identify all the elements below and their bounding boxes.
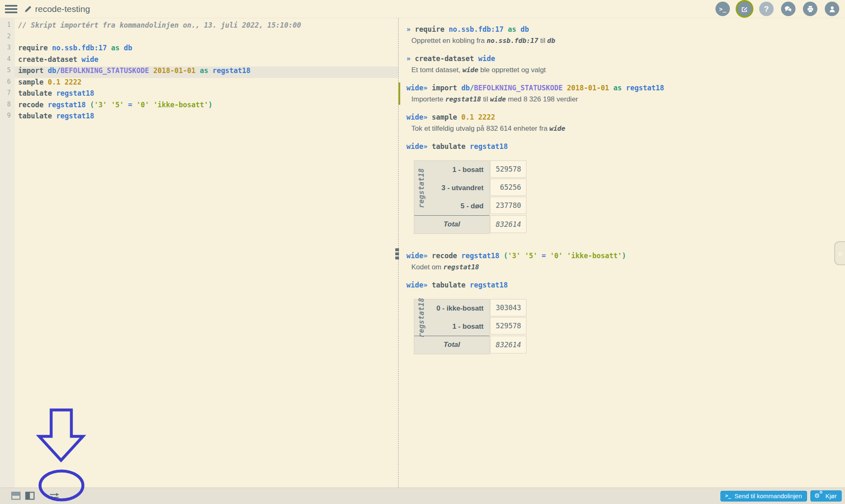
terminal-icon[interactable]: >_: [715, 2, 730, 16]
inline-code: wide: [550, 125, 566, 132]
code-token: [516, 25, 520, 33]
code-token: regstat18: [470, 281, 508, 289]
script-editor[interactable]: 1// Skript importért fra kommandolinjen …: [0, 18, 399, 488]
code-token: [120, 44, 124, 52]
code-token: =: [542, 252, 546, 260]
output-command-block: wide» tabulate regstat18: [406, 280, 838, 291]
output-blocks: » require no.ssb.fdb:17 as dbOpprettet e…: [406, 24, 838, 354]
bottombar: >_ Send til kommandolinjen ⚙⚙ Kjør: [0, 488, 845, 504]
help-icon[interactable]: ?: [759, 2, 774, 16]
menu-icon[interactable]: [5, 5, 17, 13]
output-table-block: regstat180 - ikke-bosatt1 - bosattTotal3…: [414, 299, 838, 354]
output-command-block: wide» sample 0.1 2222Tok et tilfeldig ut…: [406, 112, 838, 134]
output-prompt: wide» recode regstat18 ('3' '5' = '0' 'i…: [406, 250, 838, 261]
output-prompt: wide» tabulate regstat18: [406, 141, 838, 152]
table-category-cell: 1 - bosatt: [428, 161, 489, 179]
code-line-content: recode regstat18 ('3' '5' = '0' 'ikke-bo…: [15, 101, 398, 112]
table-category-cell: 3 - utvandret: [428, 179, 489, 197]
code-token: db/: [48, 66, 61, 75]
table-value-cell: 65256: [490, 179, 526, 196]
output-result: Opprettet en kobling fra no.ssb.fdb:17 t…: [406, 35, 838, 46]
code-token: require: [18, 44, 52, 52]
user-icon[interactable]: [825, 2, 839, 16]
code-token: regstat18: [56, 89, 94, 97]
output-prompt: wide» sample 0.1 2222: [406, 112, 838, 123]
chevron-left-icon: «: [838, 249, 843, 258]
code-line-content: create-dataset wide: [15, 55, 398, 67]
code-token: db: [520, 25, 529, 33]
code-token: =: [128, 101, 132, 109]
layout-horizontal-split-icon[interactable]: [11, 492, 21, 500]
line-number: 2: [0, 33, 15, 44]
send-to-commandline-button[interactable]: >_ Send til kommandolinjen: [720, 491, 807, 502]
inline-code: wide: [490, 95, 506, 103]
code-token: db: [124, 44, 132, 52]
line-number: 3: [0, 44, 15, 55]
run-button[interactable]: ⚙⚙ Kjør: [810, 490, 842, 502]
code-token: regstat18: [470, 142, 508, 151]
code-token: tabulate: [432, 281, 470, 289]
code-line-content: import db/BEFOLKNING_STATUSKODE 2018-01-…: [15, 66, 398, 78]
code-token: regstat18: [461, 252, 499, 260]
line-number: 6: [0, 78, 15, 89]
code-token: [132, 101, 136, 109]
code-token: recode: [432, 252, 461, 260]
dataset-prefix: wide: [406, 252, 423, 260]
code-token: wide: [478, 54, 495, 63]
layout-vertical-split-icon[interactable]: [25, 492, 35, 500]
code-token: create-dataset: [415, 54, 478, 63]
table-total-value: 832614: [490, 215, 526, 233]
swap-panes-icon[interactable]: [49, 492, 60, 499]
edit-script-icon[interactable]: [737, 2, 752, 16]
chat-icon[interactable]: [781, 2, 795, 16]
prompt-symbol: »: [423, 142, 432, 151]
code-token: regstat18: [626, 84, 664, 92]
output-result: Kodet om regstat18: [406, 261, 838, 273]
prompt-symbol: »: [406, 25, 415, 33]
code-token: '0' 'ikke-bosatt': [137, 101, 208, 109]
code-token: [563, 84, 567, 92]
table-value-cell: 303043: [490, 299, 526, 316]
inline-code: wide: [463, 66, 479, 74]
code-token: sample: [18, 78, 48, 86]
print-icon[interactable]: [803, 2, 817, 16]
table-label-block: regstat181 - bosatt3 - utvandret5 - dødT…: [414, 160, 490, 234]
code-token: [107, 44, 111, 52]
line-number: 8: [0, 101, 15, 112]
line-number: 1: [0, 21, 15, 33]
table-total-label: Total: [414, 336, 489, 353]
table-total-value: 832614: [490, 336, 526, 353]
code-token: [208, 66, 212, 75]
output-command-block: wide» tabulate regstat18: [406, 141, 838, 152]
table-value-cell: 529578: [490, 160, 526, 178]
code-line-content: tabulate regstat18: [15, 89, 398, 101]
code-token: [537, 252, 541, 260]
code-token: as: [508, 25, 516, 33]
code-token: 2018-01-01: [153, 66, 196, 75]
code-line-content: sample 0.1 2222: [15, 78, 398, 89]
code-token: [609, 84, 613, 92]
script-title-wrap: recode-testing: [24, 4, 90, 14]
code-line-content: tabulate regstat18: [15, 112, 398, 123]
code-line: 3require no.ssb.fdb:17 as db: [0, 44, 398, 55]
dataset-prefix: wide: [406, 281, 423, 289]
code-token: (: [90, 101, 94, 109]
output-command-block: wide» import db/BEFOLKNING_STATUSKODE 20…: [399, 82, 838, 105]
inline-code: regstat18: [444, 263, 479, 271]
pane-divider-handle[interactable]: [395, 248, 399, 259]
code-token: [149, 66, 153, 75]
workspace: 1// Skript importért fra kommandolinjen …: [0, 18, 845, 488]
code-line: 8recode regstat18 ('3' '5' = '0' 'ikke-b…: [0, 101, 398, 112]
dataset-prefix: wide: [406, 113, 423, 121]
output-prompt: » require no.ssb.fdb:17 as db: [406, 24, 838, 35]
code-token: 0.1 2222: [461, 113, 495, 121]
table-categories: 1 - bosatt3 - utvandret5 - død: [428, 161, 489, 215]
collapse-panel-tab[interactable]: «: [834, 241, 845, 265]
code-token: sample: [432, 113, 461, 121]
code-line: 7tabulate regstat18: [0, 89, 398, 101]
dataset-prefix: wide: [406, 142, 423, 151]
code-token: [86, 101, 90, 109]
line-number: 9: [0, 112, 15, 123]
code-token: as: [111, 44, 119, 52]
pencil-icon[interactable]: [24, 5, 32, 13]
